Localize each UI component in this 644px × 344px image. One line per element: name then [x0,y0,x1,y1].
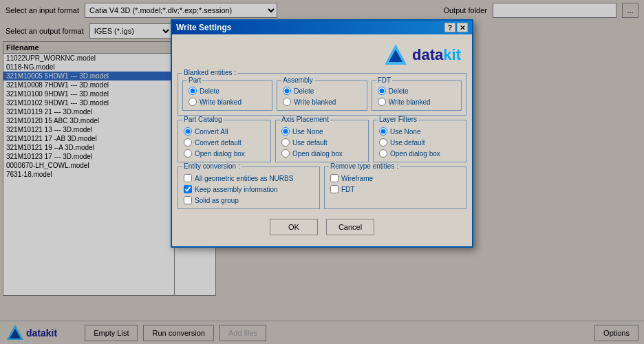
ap-use-none-row: Use None [281,127,363,136]
ec-nurbs-checkbox[interactable] [184,174,192,182]
blanked-entities-group: Blanked entities : Part Delete Write b [178,73,466,116]
ec-assembly-checkbox[interactable] [184,185,192,193]
entity-conversion-group: Entity conversion : All geometric entiti… [178,166,320,209]
ec-solid-label[interactable]: Solid as group [195,197,239,204]
fdt-write-blanked-label[interactable]: Write blanked [389,98,431,106]
part-delete-radio[interactable] [189,87,197,95]
dialog-footer: OK Cancel [178,213,466,241]
datakit-dialog-logo-text: datakit [412,46,461,64]
remove-type-label: Remove type entities : [329,162,400,170]
lf-open-dialog-label[interactable]: Open dialog box [390,150,440,158]
blanked-entities-label: Blanked entities : [182,69,237,76]
rt-wireframe-checkbox[interactable] [330,174,339,182]
ec-nurbs-row: All geometric entities as NURBS [184,174,314,182]
lf-use-none-row: Use None [379,127,460,136]
dialog-body: datakit Blanked entities : Part Delete [172,34,472,246]
ap-use-none-radio[interactable] [281,127,290,136]
lf-use-default-radio[interactable] [379,138,387,147]
ap-use-none-label[interactable]: Use None [292,128,323,136]
pc-open-dialog-radio[interactable] [184,149,192,158]
dialog-ok-button[interactable]: OK [270,219,318,235]
lf-use-default-row: Use default [379,138,460,147]
dialog-titlebar: Write Settings ? ✕ [172,21,472,34]
fdt-write-blanked-row: Write blanked [378,98,455,106]
ec-assembly-row: Keep assembly information [184,185,314,193]
lf-use-none-radio[interactable] [379,127,387,136]
part-delete-label[interactable]: Delete [200,87,219,95]
dialog-help-button[interactable]: ? [444,23,455,32]
entity-conversion-label: Entity conversion : [182,162,242,170]
lf-use-default-label[interactable]: Use default [390,139,425,147]
rt-fdt-checkbox[interactable] [330,185,339,193]
ap-use-default-row: Use default [281,138,363,147]
ap-open-dialog-label[interactable]: Open dialog box [292,150,343,158]
ap-open-dialog-row: Open dialog box [281,149,363,158]
blanked-entities-inner: Part Delete Write blanked [182,80,462,111]
pc-convert-default-row: Convert default [184,138,265,147]
dialog-titlebar-buttons: ? ✕ [444,23,468,32]
part-catalog-label: Part Catalog [182,116,224,123]
pc-convert-all-label[interactable]: Convert All [195,128,228,136]
lf-open-dialog-row: Open dialog box [379,149,460,158]
fdt-write-blanked-radio[interactable] [378,98,386,106]
assembly-write-blanked-label[interactable]: Write blanked [294,98,336,106]
pc-convert-default-radio[interactable] [184,138,192,147]
middle-groups-row: Part Catalog Convert All Convert default… [178,120,466,162]
dialog-close-button[interactable]: ✕ [457,23,468,32]
pc-convert-all-radio[interactable] [184,127,192,136]
dialog-title: Write Settings [176,23,231,32]
app-window: Select an input format Catia V4 3D (*.mo… [0,0,644,344]
write-settings-dialog: Write Settings ? ✕ datakit [171,19,473,248]
datakit-logo-area: datakit [178,40,466,73]
rt-wireframe-label[interactable]: Wireframe [341,175,373,182]
blanked-assembly-group: Assembly Delete Write blanked [277,80,367,111]
part-write-blanked-radio[interactable] [189,98,197,106]
pc-open-dialog-label[interactable]: Open dialog box [195,150,245,158]
lf-open-dialog-radio[interactable] [379,149,387,158]
ec-nurbs-label[interactable]: All geometric entities as NURBS [195,175,293,182]
ec-solid-checkbox[interactable] [184,196,192,204]
blanked-assembly-label: Assembly [281,76,314,84]
axis-placement-label: Axis Placement [280,116,330,123]
layer-filters-label: Layer Filters [378,116,418,123]
pc-open-dialog-row: Open dialog box [184,149,265,158]
fdt-delete-label[interactable]: Delete [389,87,409,95]
part-write-blanked-label[interactable]: Write blanked [200,98,242,106]
remove-type-group: Remove type entities : Wireframe FDT [324,166,466,209]
ap-open-dialog-radio[interactable] [281,149,290,158]
datakit-dialog-logo-icon [383,43,408,67]
ec-solid-row: Solid as group [184,196,314,204]
rt-fdt-label[interactable]: FDT [341,186,354,193]
dialog-cancel-button[interactable]: Cancel [326,219,374,235]
assembly-delete-radio[interactable] [283,87,291,95]
axis-placement-group: Axis Placement Use None Use default Open… [275,120,369,162]
ec-assembly-label[interactable]: Keep assembly information [195,186,278,193]
blanked-part-group: Part Delete Write blanked [182,80,272,111]
assembly-delete-row: Delete [283,87,361,95]
layer-filters-group: Layer Filters Use None Use default Open … [373,120,466,162]
rt-wireframe-row: Wireframe [330,174,460,182]
fdt-delete-radio[interactable] [378,87,386,95]
part-catalog-group: Part Catalog Convert All Convert default… [178,120,271,162]
part-write-blanked-row: Write blanked [189,98,266,106]
ap-use-default-radio[interactable] [281,138,290,147]
bottom-groups-row: Entity conversion : All geometric entiti… [178,166,466,209]
part-delete-row: Delete [189,87,266,95]
rt-fdt-row: FDT [330,185,460,193]
pc-convert-all-row: Convert All [184,127,265,136]
lf-use-none-label[interactable]: Use None [390,128,420,136]
assembly-write-blanked-row: Write blanked [283,98,361,106]
assembly-write-blanked-radio[interactable] [283,98,291,106]
modal-overlay: Write Settings ? ✕ datakit [0,0,644,344]
blanked-fdt-label: FDT [376,76,392,84]
fdt-delete-row: Delete [378,87,455,95]
blanked-part-label: Part [187,76,202,84]
pc-convert-default-label[interactable]: Convert default [195,139,242,147]
blanked-fdt-group: FDT Delete Write blanked [372,80,462,111]
assembly-delete-label[interactable]: Delete [294,87,314,95]
ap-use-default-label[interactable]: Use default [292,139,328,147]
